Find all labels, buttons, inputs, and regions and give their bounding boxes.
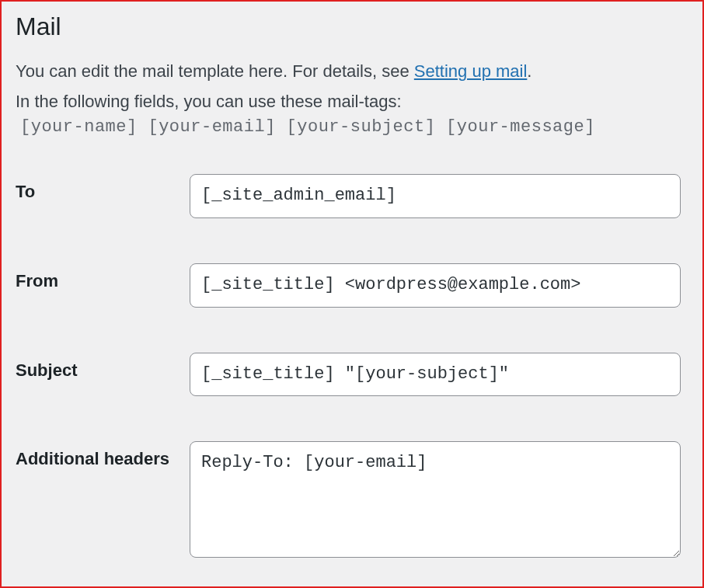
description-line-1: You can edit the mail template here. For…: [16, 58, 688, 84]
desc-suffix: .: [527, 61, 531, 81]
label-from: From: [16, 263, 190, 291]
control-subject: [190, 353, 688, 397]
control-to: [190, 174, 688, 218]
section-title: Mail: [16, 12, 688, 41]
label-to: To: [16, 174, 190, 202]
desc-prefix: You can edit the mail template here. For…: [16, 61, 414, 81]
mail-settings-panel: Mail You can edit the mail template here…: [0, 0, 704, 588]
from-input[interactable]: [190, 263, 681, 308]
setting-up-mail-link[interactable]: Setting up mail: [414, 61, 528, 81]
to-input[interactable]: [190, 174, 681, 218]
row-to: To: [16, 174, 688, 218]
mail-tags: [your-name] [your-email] [your-subject] …: [20, 117, 688, 137]
control-from: [190, 263, 688, 308]
control-additional-headers: [190, 441, 688, 561]
row-additional-headers: Additional headers: [16, 441, 688, 561]
additional-headers-textarea[interactable]: [190, 441, 681, 558]
row-from: From: [16, 263, 688, 308]
subject-input[interactable]: [190, 353, 681, 397]
label-subject: Subject: [16, 353, 190, 381]
description-line-2: In the following fields, you can use the…: [16, 89, 688, 114]
row-subject: Subject: [16, 353, 688, 397]
label-additional-headers: Additional headers: [16, 441, 190, 469]
